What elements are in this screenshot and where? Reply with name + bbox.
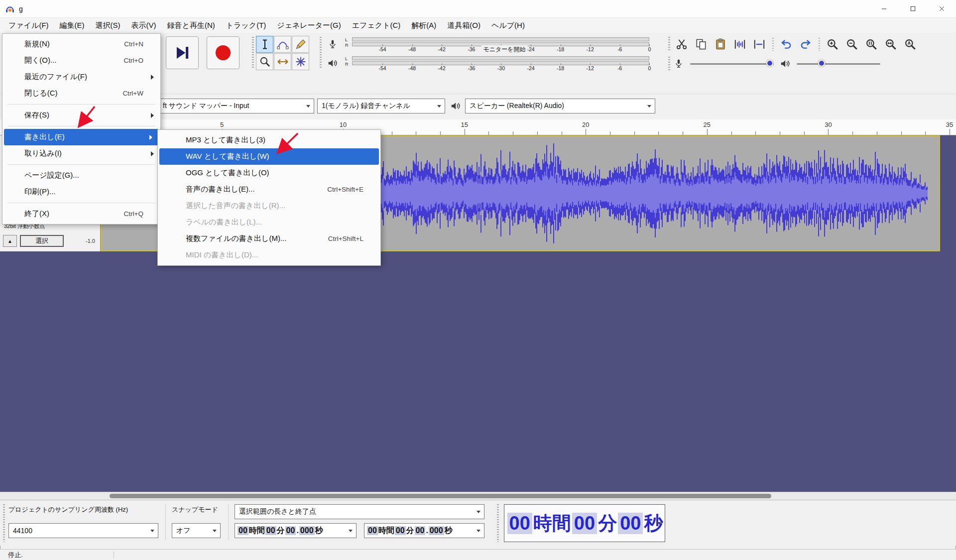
menu-item-label: MIDI の書き出し(D)...: [186, 250, 258, 260]
ruler-tick: [610, 131, 610, 135]
ruler-tick: [392, 131, 392, 135]
ruler-tick: [755, 131, 756, 135]
toolbar-grip[interactable]: [320, 37, 322, 69]
record-button[interactable]: [207, 36, 239, 69]
undo-button[interactable]: [778, 36, 795, 53]
toolbar-grip[interactable]: [3, 504, 5, 542]
submenu-item-export-wav[interactable]: WAV として書き出し(W): [159, 148, 379, 165]
tools-toolbar: [256, 36, 312, 70]
chevron-down-icon: [306, 105, 310, 108]
envelope-tool-button[interactable]: [274, 36, 291, 53]
zoom-selection-button[interactable]: [863, 36, 880, 53]
toolbar-grip[interactable]: [497, 504, 499, 542]
submenu-item-export-ogg[interactable]: OGG として書き出し(O): [158, 165, 380, 181]
zoom-toggle-button[interactable]: [902, 36, 919, 53]
menubar-item-help[interactable]: ヘルプ(H): [486, 18, 530, 33]
menu-item-print[interactable]: 印刷(P)...: [2, 184, 160, 200]
paste-button[interactable]: [712, 36, 729, 53]
minimize-button[interactable]: [869, 0, 898, 17]
ruler-tick: [804, 131, 805, 135]
toolbar-grip[interactable]: [668, 37, 670, 52]
zoom-in-icon: [826, 38, 839, 51]
menubar-item-tools[interactable]: 道具箱(O): [442, 18, 486, 33]
audacity-logo-icon: [5, 4, 15, 14]
time-shift-tool-button[interactable]: [274, 53, 291, 70]
recording-volume-slider-thumb[interactable]: [766, 60, 773, 67]
toolbar-grip[interactable]: [668, 57, 670, 71]
recording-channels-select[interactable]: 1(モノラル) 録音チャンネル: [317, 99, 445, 113]
close-button[interactable]: [927, 0, 956, 17]
selection-end-field[interactable]: 00時間00分00.000秒: [364, 523, 484, 538]
menu-item-open[interactable]: 開く(O)...Ctrl+O: [2, 52, 160, 69]
playback-volume-slider[interactable]: [797, 56, 880, 72]
menubar-item-effect[interactable]: エフェクト(C): [347, 18, 406, 33]
track-canvas[interactable]: [0, 251, 956, 492]
menu-item-recent-files[interactable]: 最近のファイル(F): [2, 69, 160, 85]
menu-item-import[interactable]: 取り込み(I): [2, 145, 160, 162]
multi-tool-button[interactable]: [292, 53, 309, 70]
menu-item-shortcut: Ctrl+N: [109, 40, 143, 48]
menu-item-exit[interactable]: 終了(X)Ctrl+Q: [2, 206, 160, 222]
audio-position-display[interactable]: 00時間00分00秒: [504, 504, 665, 542]
trim-audio-button[interactable]: [731, 36, 748, 53]
scrollbar-thumb[interactable]: [110, 494, 771, 498]
meter-scale-label: -24: [527, 65, 534, 71]
time-shift-tool-icon: [277, 56, 289, 68]
submenu-item-export-mp3[interactable]: MP3 として書き出し(3): [158, 132, 380, 148]
recording-volume-slider[interactable]: [690, 56, 774, 72]
zoom-in-button[interactable]: [824, 36, 841, 53]
menu-item-shortcut: Ctrl+W: [108, 90, 143, 97]
zoom-tool-button[interactable]: [256, 53, 273, 70]
selection-range-mode-select[interactable]: 選択範囲の長さと終了点: [235, 504, 484, 519]
playback-device-select[interactable]: スピーカー (Realtek(R) Audio): [465, 99, 655, 113]
horizontal-scrollbar[interactable]: [0, 492, 956, 500]
toolbar-grip[interactable]: [252, 37, 254, 69]
menu-item-shortcut: Ctrl+Shift+E: [312, 186, 363, 193]
menubar-item-select[interactable]: 選択(S): [90, 18, 126, 33]
cut-button[interactable]: [673, 36, 690, 53]
monitor-start-label[interactable]: モニターを開始: [481, 45, 527, 54]
collapse-track-button[interactable]: ▲: [3, 235, 17, 247]
menubar-item-analyze[interactable]: 解析(A): [406, 18, 442, 33]
submenu-item-export-multiple[interactable]: 複数ファイルの書き出し(M)...Ctrl+Shift+L: [158, 230, 380, 247]
copy-button[interactable]: [693, 36, 710, 53]
menubar-item-file[interactable]: ファイル(F): [3, 18, 54, 33]
menu-item-page-setup[interactable]: ページ設定(G)...: [2, 167, 160, 184]
menubar-item-edit[interactable]: 編集(E): [54, 18, 90, 33]
ruler-tick: [828, 129, 829, 135]
submenu-arrow-icon: [151, 113, 154, 118]
skip-to-end-button[interactable]: [166, 36, 199, 69]
playback-volume-slider-thumb[interactable]: [818, 60, 825, 67]
zoom-out-button[interactable]: [843, 36, 860, 53]
selection-tool-button[interactable]: [256, 36, 273, 53]
playback-meter[interactable]: LR-54-48-42-36-30-24-18-12-60: [323, 55, 658, 73]
menubar-item-generate[interactable]: ジェネレーター(G): [271, 18, 346, 33]
selection-start-field[interactable]: 00時間00分00.000秒: [235, 523, 357, 538]
recording-device-select[interactable]: ft サウンド マッパー - Input: [158, 99, 314, 113]
menu-item-label: WAV として書き出し(W): [186, 152, 269, 161]
snap-mode-select[interactable]: オフ: [172, 523, 221, 538]
track-canvas[interactable]: [940, 135, 956, 251]
edit-toolbar: [673, 36, 919, 53]
project-rate-select[interactable]: 44100: [8, 523, 158, 538]
chevron-down-icon: [477, 511, 480, 513]
menubar-item-transport[interactable]: 録音と再生(N): [162, 18, 221, 33]
submenu-item-export-audio[interactable]: 音声の書き出し(E)...Ctrl+Shift+E: [158, 181, 380, 198]
menubar-item-view[interactable]: 表示(V): [126, 18, 162, 33]
transport-toolbar: [149, 35, 251, 70]
silence-audio-button[interactable]: [751, 36, 768, 53]
menu-item-export[interactable]: 書き出し(E): [4, 129, 159, 145]
menubar-item-tracks[interactable]: トラック(T): [221, 18, 272, 33]
time-digit: 00: [395, 526, 406, 535]
draw-tool-button[interactable]: [292, 36, 309, 53]
menu-item-save[interactable]: 保存(S): [2, 107, 160, 123]
redo-button[interactable]: [797, 36, 814, 53]
zoom-fit-button[interactable]: [882, 36, 899, 53]
maximize-button[interactable]: [898, 0, 927, 17]
recording-meter[interactable]: LR-54-48-42-36-30-24-18-12-60モニターを開始: [323, 36, 658, 54]
title-bar: g: [0, 0, 956, 18]
menu-item-close[interactable]: 閉じる(C)Ctrl+W: [2, 85, 160, 102]
time-digit: 000: [299, 526, 315, 535]
menu-item-new[interactable]: 新規(N)Ctrl+N: [2, 36, 160, 52]
track-select-button[interactable]: 選択: [20, 235, 64, 247]
